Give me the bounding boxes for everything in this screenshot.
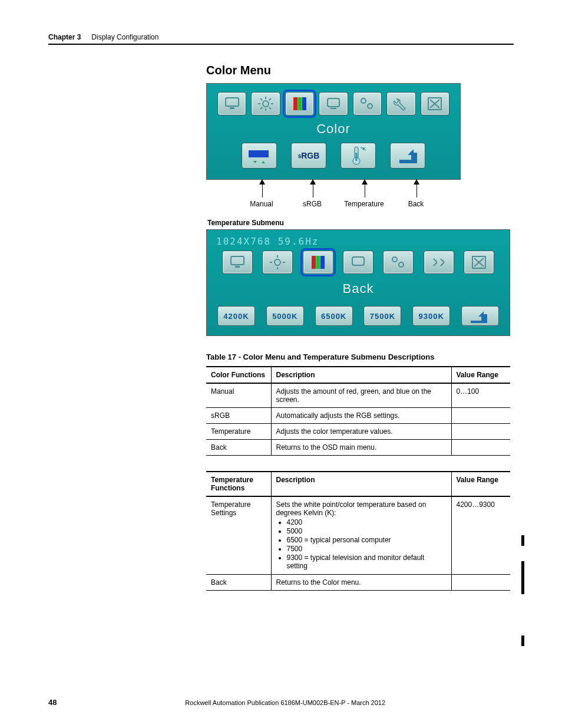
page-footer: 48 Rockwell Automation Publication 6186M… <box>48 698 514 707</box>
table-caption: Table 17 - Color Menu and Temperature Su… <box>206 353 514 361</box>
svg-rect-28 <box>235 266 240 268</box>
table-row: BackReturns to the Color menu. <box>206 575 510 591</box>
table-cell: Automatically adjusts the RGB settings. <box>271 408 451 424</box>
table-header: Value Range <box>451 367 510 383</box>
svg-rect-37 <box>352 257 364 265</box>
svg-rect-20 <box>249 150 269 157</box>
svg-rect-11 <box>293 97 297 110</box>
temp-option: 9300K <box>412 306 450 326</box>
manual-option-icon <box>242 143 277 169</box>
table-header: Temperature Functions <box>206 472 271 496</box>
table-cell <box>451 408 510 424</box>
table-cell <box>451 440 510 456</box>
color-menu-figure: Color sRGB °K <box>206 83 461 180</box>
srgb-option-icon: sRGB <box>291 143 326 169</box>
osd-title: Back <box>213 281 504 297</box>
svg-rect-1 <box>230 107 234 109</box>
table-row: TemperatureAdjusts the color temperature… <box>206 424 510 440</box>
table-row: ManualAdjusts the amount of red, green, … <box>206 383 510 408</box>
osd-tab-brightness-icon <box>251 92 280 116</box>
table-cell: Back <box>206 575 271 591</box>
table-cell: Temperature Settings <box>206 496 271 575</box>
osd-tab-color-icon <box>303 251 333 274</box>
svg-rect-35 <box>316 256 320 269</box>
table-row: sRGBAutomatically adjusts the RGB settin… <box>206 408 510 424</box>
svg-line-7 <box>260 98 262 100</box>
svg-rect-25 <box>356 153 358 161</box>
table-header: Value Range <box>451 472 510 496</box>
table-header: Description <box>271 367 451 383</box>
svg-point-2 <box>263 101 269 107</box>
svg-rect-12 <box>297 97 302 110</box>
chapter-title: Display Configuration <box>91 33 158 41</box>
resolution-readout: 1024X768 59.6Hz <box>213 236 504 247</box>
list-item: 9300 = typical television and monitor de… <box>287 554 447 570</box>
callout-label: Temperature <box>344 200 384 208</box>
callout-label: sRGB <box>303 200 322 208</box>
osd-tab-exit-icon <box>464 251 494 274</box>
table-cell: Adjusts the amount of red, green, and bl… <box>271 383 451 408</box>
running-header: Chapter 3 Display Configuration <box>48 33 514 45</box>
osd-tab-misc-icon <box>353 92 382 116</box>
temp-option: 7500K <box>363 306 401 326</box>
list-item: 7500 <box>287 545 447 553</box>
svg-line-8 <box>269 107 271 109</box>
back-option-icon <box>390 143 425 169</box>
table-cell: Adjusts the color temperature values. <box>271 424 451 440</box>
osd-tab-tools-icon <box>424 251 454 274</box>
temperature-functions-table: Temperature Functions Description Value … <box>206 471 510 591</box>
section-heading: Color Menu <box>206 64 514 77</box>
svg-marker-21 <box>253 161 257 163</box>
table-cell: 0…100 <box>451 383 510 408</box>
svg-point-29 <box>275 259 280 265</box>
temperature-option-icon: °K <box>340 143 376 169</box>
list-item: 4200 <box>287 518 447 526</box>
temp-option: 4200K <box>217 306 255 326</box>
table-cell: Manual <box>206 383 271 408</box>
osd-tab-brightness-icon <box>262 251 293 274</box>
change-bar <box>521 561 524 594</box>
table-cell: Sets the white point/color temperature b… <box>271 496 451 575</box>
table-header: Description <box>271 472 451 496</box>
figure-caption: Temperature Submenu <box>207 219 514 227</box>
svg-rect-36 <box>320 256 325 269</box>
osd-tab-auto-icon <box>222 251 253 274</box>
svg-line-9 <box>269 98 271 100</box>
svg-rect-34 <box>312 256 316 269</box>
table-cell <box>451 424 510 440</box>
temperature-submenu-figure: 1024X768 59.6Hz Back 4200K 5000K 6500K 7… <box>206 229 510 336</box>
list-item: 6500 = typical personal computer <box>287 536 447 544</box>
table-cell: 4200…9300 <box>451 496 510 575</box>
osd-tab-misc-icon <box>383 251 414 274</box>
svg-line-10 <box>260 107 262 109</box>
svg-point-39 <box>399 262 404 267</box>
table-cell: Temperature <box>206 424 271 440</box>
svg-rect-14 <box>328 98 339 107</box>
osd-tab-auto-icon <box>217 92 246 116</box>
osd-tab-tools-icon <box>386 92 415 116</box>
callout-label: Manual <box>250 200 273 208</box>
page-number: 48 <box>48 698 57 707</box>
temp-option: 6500K <box>315 306 353 326</box>
svg-point-16 <box>368 104 372 108</box>
figure-callouts: Manual sRGB Temperature Back <box>206 180 461 208</box>
svg-marker-22 <box>262 161 265 163</box>
color-functions-table: Color Functions Description Value Range … <box>206 366 510 456</box>
publication-line: Rockwell Automation Publication 6186M-UM… <box>57 699 514 706</box>
osd-tab-exit-icon <box>421 92 449 116</box>
table-cell: Back <box>206 440 271 456</box>
table-cell <box>451 575 510 591</box>
svg-rect-13 <box>302 97 306 110</box>
list-item: 5000 <box>287 527 447 535</box>
table-row: BackReturns to the OSD main menu. <box>206 440 510 456</box>
callout-label: Back <box>408 200 424 208</box>
change-bar <box>521 535 524 546</box>
osd-tab-image-icon <box>319 92 348 116</box>
chapter-label: Chapter 3 <box>48 33 81 41</box>
back-icon <box>461 306 499 326</box>
osd-tab-color-icon <box>285 92 314 116</box>
change-bar <box>521 635 524 646</box>
svg-point-15 <box>361 98 366 103</box>
svg-rect-27 <box>231 256 244 265</box>
table-row: Temperature SettingsSets the white point… <box>206 496 510 575</box>
